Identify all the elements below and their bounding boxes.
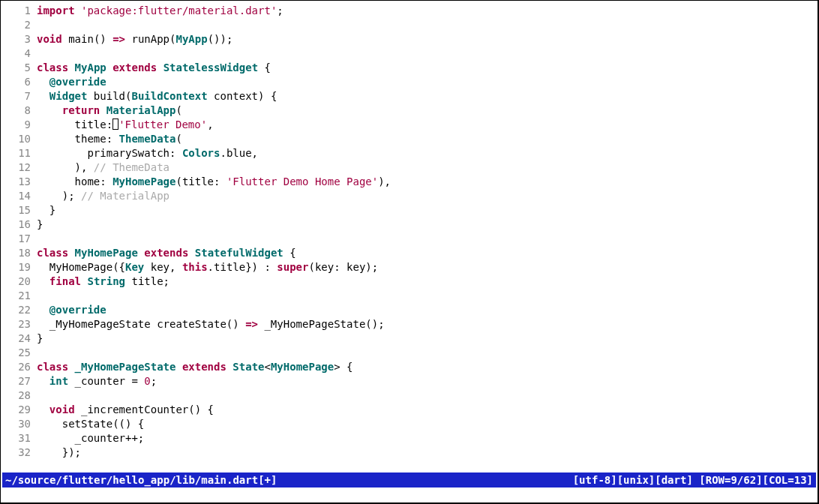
code-line[interactable]: 28: [1, 388, 818, 403]
line-number: 18: [1, 246, 37, 260]
line-content[interactable]: class _MyHomePageState extends State<MyH…: [37, 360, 818, 374]
token-typ: Colors: [182, 147, 220, 159]
token-op: _incrementCounter() {: [75, 404, 214, 416]
code-line[interactable]: 5class MyApp extends StatelessWidget {: [1, 61, 818, 75]
token-op: });: [37, 446, 81, 458]
code-line[interactable]: 32 });: [1, 446, 818, 460]
line-content[interactable]: void _incrementCounter() {: [37, 403, 818, 417]
line-content[interactable]: ); // MaterialApp: [37, 189, 818, 203]
token-op: title:: [37, 118, 112, 130]
code-line[interactable]: 23 _MyHomePageState createState() => _My…: [1, 317, 818, 332]
token-op: _MyHomePageState createState(): [37, 318, 245, 330]
code-line[interactable]: 20 final String title;: [1, 274, 818, 289]
code-line[interactable]: 30 setState(() {: [1, 417, 818, 431]
line-content[interactable]: [37, 18, 818, 32]
line-content[interactable]: }: [37, 218, 818, 232]
line-content[interactable]: void main() => runApp(MyApp());: [37, 32, 818, 46]
line-content[interactable]: setState(() {: [37, 417, 818, 431]
line-content[interactable]: class MyHomePage extends StatefulWidget …: [37, 246, 818, 260]
line-number: 3: [1, 32, 37, 46]
line-content[interactable]: _MyHomePageState createState() => _MyHom…: [37, 317, 818, 332]
code-line[interactable]: 16}: [1, 218, 818, 232]
token-str: 'package:flutter/material.dart': [81, 4, 277, 16]
code-line[interactable]: 2: [1, 18, 818, 32]
token-str: 'Flutter Demo Home Page': [226, 176, 378, 188]
line-content[interactable]: return MaterialApp(: [37, 104, 818, 118]
token-op: ;: [277, 4, 283, 16]
line-number: 26: [1, 360, 37, 374]
line-content[interactable]: home: MyHomePage(title: 'Flutter Demo Ho…: [37, 175, 818, 189]
code-line[interactable]: 9 title:'Flutter Demo',: [1, 118, 818, 132]
code-line[interactable]: 24}: [1, 332, 818, 346]
code-line[interactable]: 31 _counter++;: [1, 431, 818, 446]
code-line[interactable]: 25: [1, 346, 818, 360]
token-kw: import: [37, 4, 75, 16]
status-fileformat: [unix]: [617, 474, 656, 486]
code-area[interactable]: 1import 'package:flutter/material.dart';…: [1, 1, 818, 460]
line-number: 14: [1, 189, 37, 203]
code-line[interactable]: 29 void _incrementCounter() {: [1, 403, 818, 417]
line-content[interactable]: theme: ThemeData(: [37, 132, 818, 146]
token-kw: class: [37, 247, 68, 259]
code-line[interactable]: 13 home: MyHomePage(title: 'Flutter Demo…: [1, 175, 818, 189]
line-content[interactable]: [37, 388, 818, 403]
line-content[interactable]: primarySwatch: Colors.blue,: [37, 146, 818, 160]
code-line[interactable]: 26class _MyHomePageState extends State<M…: [1, 360, 818, 374]
code-line[interactable]: 7 Widget build(BuildContext context) {: [1, 89, 818, 104]
line-content[interactable]: class MyApp extends StatelessWidget {: [37, 61, 818, 75]
token-typ: StatelessWidget: [164, 62, 258, 74]
token-op: );: [37, 190, 81, 202]
line-content[interactable]: [37, 232, 818, 246]
line-content[interactable]: title:'Flutter Demo',: [37, 118, 818, 132]
token-kw: super: [277, 261, 308, 273]
line-number: 7: [1, 89, 37, 104]
token-op: ,: [207, 118, 213, 130]
token-op: MyHomePage({: [37, 261, 125, 273]
line-content[interactable]: MyHomePage({Key key, this.title}) : supe…: [37, 260, 818, 274]
token-typ: State: [232, 361, 264, 373]
token-op: build(: [87, 90, 131, 102]
line-number: 20: [1, 274, 37, 289]
code-line[interactable]: 10 theme: ThemeData(: [1, 132, 818, 146]
token-op: }: [37, 332, 43, 344]
token-op: primarySwatch:: [37, 147, 182, 159]
code-line[interactable]: 17: [1, 232, 818, 246]
line-content[interactable]: });: [37, 446, 818, 460]
code-line[interactable]: 6 @override: [1, 75, 818, 89]
code-line[interactable]: 1import 'package:flutter/material.dart';: [1, 4, 818, 18]
code-line[interactable]: 18class MyHomePage extends StatefulWidge…: [1, 246, 818, 260]
code-line[interactable]: 19 MyHomePage({Key key, this.title}) : s…: [1, 260, 818, 274]
line-content[interactable]: }: [37, 332, 818, 346]
line-content[interactable]: final String title;: [37, 274, 818, 289]
line-content[interactable]: }: [37, 203, 818, 218]
line-content[interactable]: [37, 289, 818, 303]
code-line[interactable]: 14 ); // MaterialApp: [1, 189, 818, 203]
token-op: (: [176, 133, 182, 145]
token-typ: MyHomePage: [271, 361, 334, 373]
code-line[interactable]: 21: [1, 289, 818, 303]
code-line[interactable]: 11 primarySwatch: Colors.blue,: [1, 146, 818, 160]
code-line[interactable]: 22 @override: [1, 303, 818, 317]
code-line[interactable]: 3void main() => runApp(MyApp());: [1, 32, 818, 46]
cursor: [112, 118, 118, 130]
line-content[interactable]: [37, 46, 818, 61]
code-line[interactable]: 12 ), // ThemeData: [1, 160, 818, 175]
token-kw: =>: [112, 33, 125, 45]
code-line[interactable]: 27 int _counter = 0;: [1, 374, 818, 388]
line-content[interactable]: @override: [37, 303, 818, 317]
token-op: key,: [144, 261, 182, 273]
line-content[interactable]: ), // ThemeData: [37, 160, 818, 175]
token-op: {: [258, 62, 271, 74]
code-line[interactable]: 8 return MaterialApp(: [1, 104, 818, 118]
code-line[interactable]: 4: [1, 46, 818, 61]
line-content[interactable]: int _counter = 0;: [37, 374, 818, 388]
line-number: 32: [1, 446, 37, 460]
line-content[interactable]: import 'package:flutter/material.dart';: [37, 4, 818, 18]
line-content[interactable]: [37, 346, 818, 360]
line-content[interactable]: Widget build(BuildContext context) {: [37, 89, 818, 104]
token-typ: String: [87, 275, 125, 287]
token-op: [37, 375, 50, 387]
code-line[interactable]: 15 }: [1, 203, 818, 218]
line-content[interactable]: @override: [37, 75, 818, 89]
line-content[interactable]: _counter++;: [37, 431, 818, 446]
